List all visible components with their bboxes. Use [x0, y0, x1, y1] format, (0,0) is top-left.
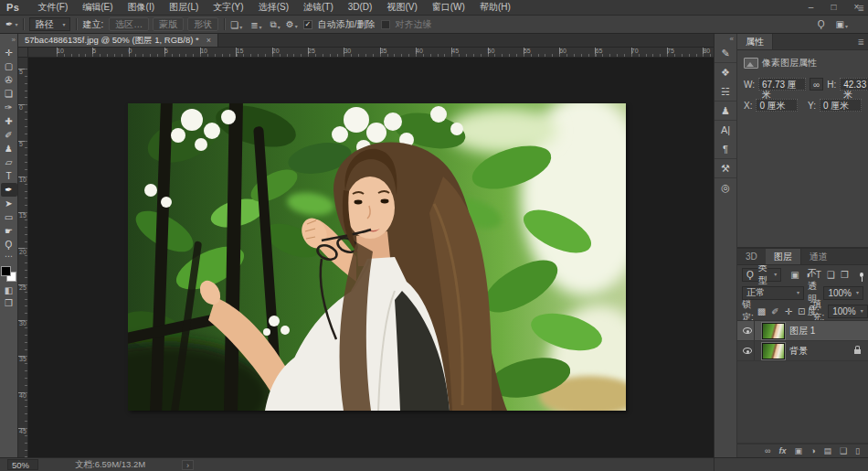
canvas-wrap: 5051015202530354045 — [18, 58, 714, 457]
dock-collapse-icon[interactable]: « — [730, 34, 734, 44]
menu-item[interactable]: 3D(D) — [341, 0, 380, 15]
new-group-button[interactable]: ▤ — [823, 447, 831, 455]
layer-visibility-toggle[interactable] — [741, 341, 755, 360]
active-tool-chip[interactable]: ✒ ▾ — [5, 19, 17, 29]
vertical-ruler[interactable]: 5051015202530354045 — [18, 58, 28, 457]
pen-tool[interactable]: ✒ — [1, 183, 17, 197]
layer-style-button[interactable]: fx — [778, 446, 786, 455]
spot-healing-brush-tool[interactable]: ✚ — [1, 114, 17, 128]
quick-mask-icon[interactable]: ◧ — [5, 284, 13, 297]
filter-pixel-layers-icon[interactable]: ▣ — [790, 270, 799, 280]
path-alignment-icon[interactable]: ≣▾ — [250, 19, 261, 30]
align-edges-checkbox[interactable] — [381, 20, 390, 29]
panel-tab[interactable]: 通道 — [801, 249, 836, 264]
link-dimensions-icon[interactable]: ∞ — [810, 78, 823, 91]
adjustments-panel-icon[interactable]: ☵ — [715, 82, 736, 102]
menu-item[interactable]: 帮助(H) — [472, 0, 518, 15]
canvas-image[interactable] — [128, 103, 626, 411]
fill-select[interactable]: 100% ▾ — [828, 305, 868, 318]
maximize-button[interactable]: □ — [822, 0, 845, 15]
eyedropper-tool[interactable]: ✑ — [1, 101, 17, 114]
more-tools-icon[interactable]: ⋯ — [5, 252, 13, 262]
new-layer-button[interactable]: ❑ — [840, 447, 847, 455]
panel-menu-icon[interactable]: ≣ — [857, 4, 864, 13]
workspace-switcher-icon[interactable]: ▣▾ — [836, 19, 848, 29]
pasteboard[interactable] — [28, 58, 714, 457]
width-field[interactable]: 67.73 厘米 — [758, 78, 806, 91]
clone-source-panel-icon[interactable]: ♟ — [715, 102, 736, 121]
menu-item[interactable]: 编辑(E) — [75, 0, 120, 15]
filter-smart-object-icon[interactable]: ❒ — [841, 270, 849, 280]
auto-add-checkbox[interactable]: ✓ — [303, 20, 312, 29]
delete-layer-button[interactable]: ▯ — [855, 447, 860, 455]
layer-thumbnail[interactable] — [762, 343, 785, 359]
layer-thumbnail[interactable] — [762, 323, 785, 339]
panel-menu-icon[interactable]: ≣ — [857, 37, 864, 47]
screen-mode-icon[interactable]: ❐ — [5, 297, 13, 310]
character-panel-icon[interactable]: A| — [715, 121, 736, 140]
filter-toggle-icon[interactable] — [860, 273, 863, 277]
foreground-swatch[interactable] — [1, 266, 11, 276]
lock-position-icon[interactable]: ✛ — [785, 306, 792, 316]
lasso-tool[interactable]: ✇ — [1, 73, 17, 87]
zoom-level-field[interactable]: 50% — [7, 459, 38, 470]
gear-icon[interactable]: ⚙▾ — [286, 19, 298, 29]
rectangular-marquee-tool[interactable]: ▢ — [1, 59, 17, 73]
styles-panel-icon[interactable]: ◎ — [715, 178, 736, 198]
menu-item[interactable]: 文件(F) — [30, 0, 75, 15]
paragraph-panel-icon[interactable]: ¶ — [715, 140, 736, 159]
lock-artboard-icon[interactable]: ⊡ — [798, 306, 805, 316]
new-adjustment-layer-button[interactable]: ◑ — [810, 447, 815, 455]
layer-row[interactable]: 背景 — [737, 341, 868, 361]
brush-tool[interactable]: ✐ — [1, 128, 17, 142]
type-tool[interactable]: T — [1, 169, 17, 183]
menu-item[interactable]: 选择(S) — [251, 0, 296, 15]
make-button[interactable]: 蒙版 — [153, 17, 184, 31]
menu-item[interactable]: 滤镜(T) — [296, 0, 341, 15]
tool-mode-select[interactable]: 路径 ▾ — [29, 17, 70, 31]
lock-transparency-icon[interactable]: ▩ — [757, 306, 766, 316]
status-expand-icon[interactable]: › — [182, 460, 194, 470]
eraser-tool[interactable]: ▱ — [1, 155, 17, 169]
menu-item[interactable]: 文字(Y) — [206, 0, 250, 15]
x-field[interactable]: 0 厘米 — [756, 99, 798, 112]
panel-tab[interactable]: 3D — [737, 249, 766, 264]
make-button[interactable]: 选区… — [109, 17, 149, 31]
tool-presets-panel-icon[interactable]: ⚒ — [715, 159, 736, 178]
link-layers-button[interactable]: ∞ — [765, 447, 770, 455]
path-operations-icon[interactable]: ❏▾ — [230, 19, 242, 30]
make-button[interactable]: 形状 — [187, 17, 218, 31]
document-tab[interactable]: 57bac4886135f.jpg @ 50% (图层 1, RGB/8) * … — [18, 34, 218, 47]
tab-properties[interactable]: 属性 — [737, 34, 773, 49]
menu-item[interactable]: 图像(I) — [121, 0, 162, 15]
filter-shape-layers-icon[interactable]: ❑ — [827, 270, 835, 280]
clone-stamp-tool[interactable]: ♟ — [1, 142, 17, 155]
quick-selection-tool[interactable]: ❏ — [1, 87, 17, 101]
horizontal-ruler[interactable]: 10505101520253035404550556065707580 — [28, 48, 714, 58]
swatches-panel-icon[interactable]: ❖ — [715, 63, 736, 82]
path-selection-tool[interactable]: ➤ — [1, 197, 17, 210]
zoom-tool[interactable]: Ϙ — [1, 238, 17, 252]
panel-tab[interactable]: 图层 — [766, 249, 801, 264]
menu-item[interactable]: 视图(V) — [379, 0, 424, 15]
layer-row[interactable]: 图层 1 — [737, 321, 868, 341]
rectangle-tool[interactable]: ▭ — [1, 210, 17, 224]
hand-tool[interactable]: ☛ — [1, 224, 17, 238]
layer-visibility-toggle[interactable] — [741, 321, 755, 340]
tab-close-icon[interactable]: × — [206, 36, 211, 45]
menu-item[interactable]: 窗口(W) — [425, 0, 472, 15]
search-icon[interactable]: Ϙ — [818, 19, 825, 29]
add-layer-mask-button[interactable]: ▣ — [795, 447, 803, 455]
menu-item[interactable]: 图层(L) — [162, 0, 206, 15]
move-tool[interactable]: ✛ — [1, 46, 17, 59]
opacity-select[interactable]: 100% ▾ — [823, 286, 863, 300]
brush-settings-panel-icon[interactable]: ✎ — [715, 44, 736, 63]
path-arrange-icon[interactable]: ⧉▾ — [270, 19, 281, 30]
height-field[interactable]: 42.33 厘米 — [840, 78, 868, 91]
ruler-corner[interactable] — [18, 48, 28, 58]
lock-pixels-icon[interactable]: ✐ — [771, 306, 778, 316]
toolbar-collapse-icon[interactable]: » — [12, 35, 16, 46]
filter-type-select[interactable]: Ϙ 类型 ▾ — [742, 268, 781, 282]
minimize-button[interactable]: – — [799, 0, 822, 15]
y-field[interactable]: 0 厘米 — [820, 99, 862, 112]
